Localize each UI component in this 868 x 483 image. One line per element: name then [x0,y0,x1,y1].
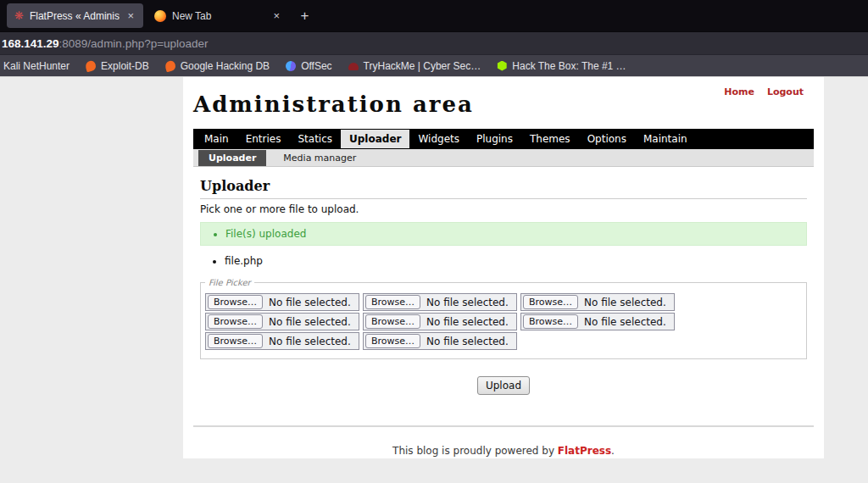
bookmark-label: OffSec [301,60,331,72]
file-input-7: Browse… No file selected. [205,332,359,350]
section-heading: Uploader [200,178,807,199]
upload-button[interactable]: Upload [477,376,530,395]
nav-item-options[interactable]: Options [579,130,635,148]
browse-button[interactable]: Browse… [208,295,263,309]
tab-title: FlatPress « Administration [30,10,120,22]
url-bar[interactable]: 168.141.29:8089/admin.php?p=uploader [0,31,868,54]
logout-link[interactable]: Logout [767,86,804,97]
no-file-label: No file selected. [426,297,509,308]
no-file-label: No file selected. [584,316,666,328]
footer-divider [193,425,814,427]
bookmark-label: TryHackMe | Cyber Sec… [364,60,481,72]
uploaded-file-list: file.php [200,255,807,267]
nav-item-entries[interactable]: Entries [237,130,290,148]
success-message-box: File(s) uploaded [200,222,807,246]
success-message: File(s) uploaded [225,228,806,240]
bookmark-label: Exploit-DB [101,60,149,72]
address-text: 168.141.29:8089/admin.php?p=uploader [0,37,209,50]
file-input-2: Browse… No file selected. [363,293,517,311]
file-input-4: Browse… No file selected. [205,313,359,330]
nav-item-maintain[interactable]: Maintain [635,130,696,148]
main-nav: Main Entries Statics Uploader Widgets Pl… [193,129,814,149]
file-picker-fieldset: File Picker Browse… No file selected. Br… [200,278,807,359]
nav-item-widgets[interactable]: Widgets [409,130,468,148]
file-input-5: Browse… No file selected. [363,313,517,330]
upload-row: Upload [200,376,807,395]
content-area: Uploader Pick one or more file to upload… [183,178,824,395]
close-icon[interactable]: × [271,9,281,22]
flame-icon [85,59,97,72]
url-path: :8089/admin.php?p=uploader [59,37,209,50]
page-title: Administration area [193,92,814,117]
browser-chrome: ❋ FlatPress « Administration × New Tab ×… [0,0,868,76]
offsec-icon [286,61,296,71]
bookmarks-bar: Kali NetHunter Exploit-DB Google Hacking… [0,54,868,76]
footer-text: This blog is proudly powered by [392,445,558,457]
sub-nav: Uploader Media manager [193,149,814,167]
flatpress-favicon-icon: ❋ [14,10,24,21]
firefox-favicon-icon [154,10,166,22]
admin-header-links: Home Logout [724,86,804,97]
nav-item-plugins[interactable]: Plugins [468,130,521,148]
flatpress-brand-link[interactable]: FlatPress [558,445,611,457]
new-tab-button[interactable]: + [294,5,315,26]
tryhackme-icon [348,63,359,70]
no-file-label: No file selected. [269,316,351,328]
bookmark-exploit-db[interactable]: Exploit-DB [86,60,149,72]
no-file-label: No file selected. [426,336,509,347]
no-file-label: No file selected. [269,336,351,347]
bookmark-kali-nethunter[interactable]: Kali NetHunter [3,60,70,72]
browse-button[interactable]: Browse… [365,314,420,329]
bookmark-google-hacking-db[interactable]: Google Hacking DB [165,60,270,72]
page-footer: This blog is proudly powered by FlatPres… [183,445,824,457]
footer-suffix: . [611,445,615,457]
no-file-label: No file selected. [426,316,509,328]
intro-text: Pick one or more file to upload. [200,203,807,215]
tab-bar: ❋ FlatPress « Administration × New Tab ×… [0,0,868,31]
hackthebox-icon [497,61,507,71]
file-input-6: Browse… No file selected. [520,313,675,330]
browse-button[interactable]: Browse… [208,334,263,348]
file-input-3: Browse… No file selected. [520,293,675,311]
file-input-1: Browse… No file selected. [205,293,359,311]
subnav-item-media-manager[interactable]: Media manager [273,150,366,166]
no-file-label: No file selected. [584,297,666,308]
browse-button[interactable]: Browse… [523,295,578,309]
flatpress-admin-page: Home Logout Administration area Main Ent… [183,77,824,458]
nav-item-uploader[interactable]: Uploader [341,130,409,148]
home-link[interactable]: Home [724,86,754,97]
close-icon[interactable]: × [125,9,136,22]
no-file-label: No file selected. [269,297,351,308]
nav-item-themes[interactable]: Themes [521,130,579,148]
browser-viewport: Home Logout Administration area Main Ent… [0,76,868,483]
url-host: 168.141.29 [2,37,59,50]
bookmark-tryhackme[interactable]: TryHackMe | Cyber Sec… [348,60,481,72]
subnav-item-uploader[interactable]: Uploader [198,150,266,166]
nav-item-main[interactable]: Main [196,130,237,148]
browse-button[interactable]: Browse… [208,314,263,329]
file-picker-grid: Browse… No file selected. Browse… No fil… [205,293,801,350]
nav-item-statics[interactable]: Statics [289,130,341,148]
browse-button[interactable]: Browse… [365,334,420,348]
uploaded-file-item: file.php [225,255,807,267]
bookmark-label: Kali NetHunter [3,60,70,72]
bookmark-label: Google Hacking DB [181,60,270,72]
flame-icon [164,59,176,72]
tab-new-tab[interactable]: New Tab × [147,3,289,28]
bookmark-hackthebox[interactable]: Hack The Box: The #1 … [497,60,626,72]
browse-button[interactable]: Browse… [365,295,420,309]
bookmark-label: Hack The Box: The #1 … [512,60,626,72]
tab-title: New Tab [172,10,265,22]
file-input-8: Browse… No file selected. [363,332,517,350]
browse-button[interactable]: Browse… [523,314,578,329]
file-picker-legend: File Picker [205,278,254,287]
bookmark-offsec[interactable]: OffSec [286,60,331,72]
tab-flatpress-admin[interactable]: ❋ FlatPress « Administration × [7,3,143,28]
